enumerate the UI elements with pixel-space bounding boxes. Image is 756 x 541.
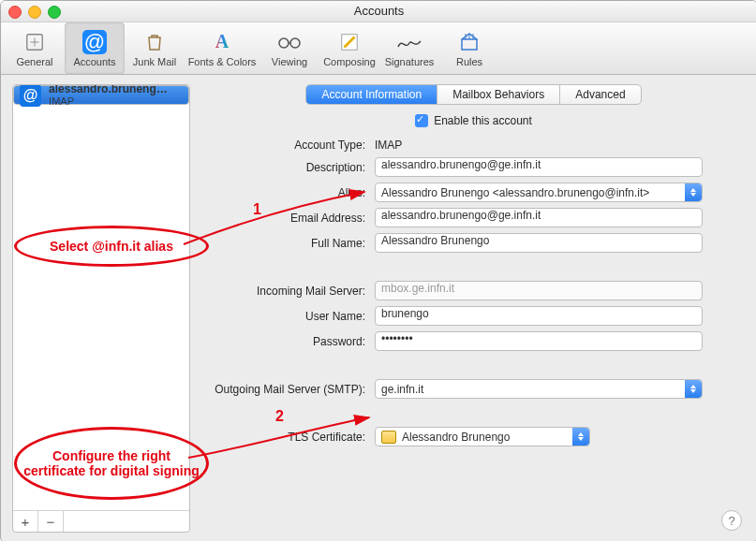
body: @ alessandro.brunengo... IMAP + − Accoun… [1, 75, 756, 541]
signature-icon [395, 30, 423, 54]
zoom-window-button[interactable] [48, 6, 61, 19]
accounts-sidebar: @ alessandro.brunengo... IMAP + − [12, 84, 190, 533]
alias-select[interactable]: Alessandro Brunengo <alessandro.brunengo… [375, 183, 703, 202]
svg-rect-6 [462, 39, 477, 50]
enable-account-label: Enable this account [434, 114, 532, 127]
fullname-input[interactable]: Alessandro Brunengo [375, 233, 703, 253]
tab-fonts[interactable]: A Fonts & Colors [185, 22, 259, 74]
incoming-server-input: mbox.ge.infn.it [375, 281, 703, 300]
tab-label: Viewing [272, 56, 307, 67]
account-list-item[interactable]: @ alessandro.brunengo... IMAP [13, 85, 189, 105]
email-label: Email Address: [201, 212, 365, 225]
tab-label: Accounts [73, 56, 115, 67]
account-subtitle: IMAP [49, 95, 168, 107]
tab-composing[interactable]: Composing [319, 22, 379, 74]
tab-mailbox-behaviors[interactable]: Mailbox Behaviors [437, 85, 560, 104]
at-icon: @ [20, 85, 41, 107]
close-window-button[interactable] [8, 6, 22, 19]
tab-label: Signatures [385, 56, 435, 67]
smtp-value: ge.infn.it [381, 383, 423, 396]
smtp-label: Outgoing Mail Server (SMTP): [201, 383, 365, 396]
tls-certificate-select[interactable]: Alessandro Brunengo [375, 427, 590, 446]
username-label: User Name: [201, 310, 365, 323]
account-form: Account Type: IMAP Description: alessand… [201, 139, 746, 446]
minimize-window-button[interactable] [28, 6, 41, 19]
at-icon: @ [81, 30, 109, 54]
traffic-lights [8, 6, 61, 19]
tab-label: Rules [456, 56, 482, 67]
tab-label: General [16, 56, 52, 67]
chevron-updown-icon [685, 183, 702, 201]
account-type-label: Account Type: [201, 139, 365, 152]
certificate-icon [381, 431, 396, 444]
tab-viewing[interactable]: Viewing [259, 22, 319, 74]
username-input[interactable]: brunengo [375, 306, 703, 326]
help-button[interactable]: ? [721, 510, 742, 531]
fonts-icon: A [208, 30, 236, 54]
account-tabs: Account Information Mailbox Behaviors Ad… [201, 84, 746, 105]
tab-label: Junk Mail [133, 56, 176, 67]
svg-point-4 [290, 38, 300, 48]
tab-accounts[interactable]: @ Accounts [65, 22, 125, 74]
password-label: Password: [201, 335, 365, 348]
chevron-updown-icon [572, 428, 589, 446]
email-input[interactable]: alessandro.brunengo@ge.infn.it [375, 208, 703, 227]
tab-label: Fonts & Colors [188, 56, 257, 67]
titlebar: Accounts [1, 1, 756, 22]
alias-value: Alessandro Brunengo <alessandro.brunengo… [381, 186, 649, 199]
trash-icon [141, 30, 169, 54]
enable-account-row: Enable this account [201, 114, 746, 127]
enable-account-checkbox[interactable] [415, 114, 428, 127]
account-list-text: alessandro.brunengo... IMAP [49, 85, 168, 107]
compose-icon [335, 30, 363, 54]
account-type-value: IMAP [375, 139, 402, 152]
preferences-window: Accounts General @ Accounts Junk Mail A … [0, 0, 756, 541]
tab-junk[interactable]: Junk Mail [125, 22, 185, 74]
alias-label: Alias: [201, 186, 365, 199]
tab-advanced[interactable]: Advanced [560, 85, 640, 104]
gear-icon [21, 30, 49, 54]
add-account-button[interactable]: + [13, 511, 38, 532]
window-title: Accounts [354, 4, 404, 18]
tab-account-info[interactable]: Account Information [306, 85, 437, 104]
account-panel: Account Information Mailbox Behaviors Ad… [201, 84, 746, 533]
account-title: alessandro.brunengo... [49, 85, 168, 95]
svg-point-3 [279, 38, 289, 48]
tab-rules[interactable]: Rules [439, 22, 499, 74]
glasses-icon [275, 30, 304, 54]
pref-toolbar: General @ Accounts Junk Mail A Fonts & C… [1, 22, 756, 75]
tab-signatures[interactable]: Signatures [379, 22, 439, 74]
fullname-label: Full Name: [201, 237, 365, 250]
tls-label: TLS Certificate: [201, 431, 365, 444]
incoming-server-label: Incoming Mail Server: [201, 285, 365, 298]
remove-account-button[interactable]: − [38, 511, 64, 532]
tab-general[interactable]: General [5, 22, 65, 74]
sidebar-footer: + − [13, 510, 189, 532]
tab-label: Composing [323, 56, 376, 67]
description-label: Description: [201, 161, 365, 174]
smtp-select[interactable]: ge.infn.it [375, 379, 703, 399]
rules-icon [455, 30, 483, 54]
tls-value: Alessandro Brunengo [402, 431, 510, 444]
password-input[interactable]: •••••••• [375, 331, 703, 351]
accounts-list: @ alessandro.brunengo... IMAP [13, 85, 189, 510]
chevron-updown-icon [685, 380, 702, 398]
description-input[interactable]: alessandro.brunengo@ge.infn.it [375, 157, 703, 177]
